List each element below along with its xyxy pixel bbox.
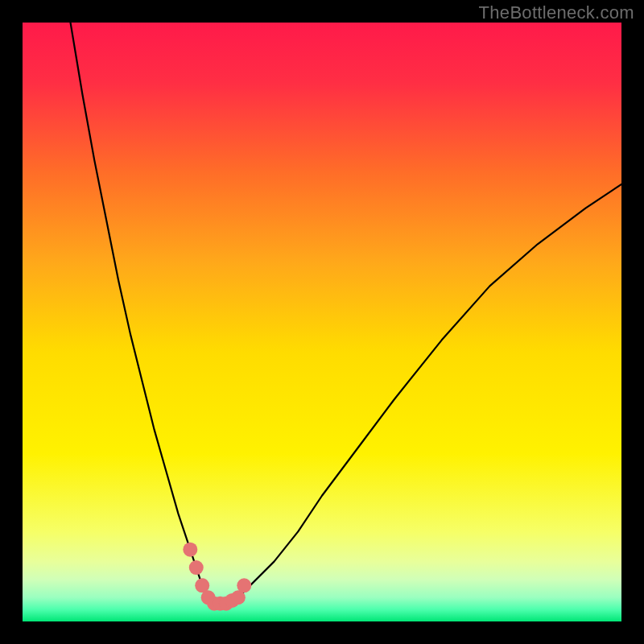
chart-container: [23, 23, 621, 621]
highlight-point: [237, 578, 251, 592]
curve-overlay: [23, 23, 621, 621]
highlight-point: [183, 543, 197, 557]
watermark-text: TheBottleneck.com: [479, 2, 634, 23]
highlight-point: [189, 560, 204, 575]
bottleneck-curve: [71, 23, 621, 604]
